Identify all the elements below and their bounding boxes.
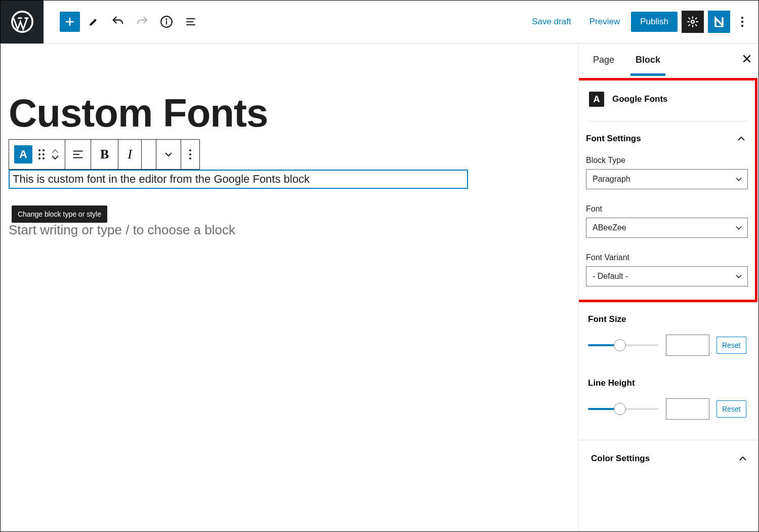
undo-icon bbox=[111, 15, 125, 29]
wordpress-icon bbox=[11, 11, 33, 33]
editor-placeholder[interactable]: Start writing or type / to choose a bloc… bbox=[9, 222, 578, 238]
move-updown[interactable] bbox=[51, 148, 60, 160]
font-size-row: Reset bbox=[588, 335, 749, 356]
info-icon bbox=[160, 15, 173, 28]
section-label: Color Settings bbox=[591, 454, 650, 464]
field-font: Font ABeeZee bbox=[586, 204, 748, 238]
line-height-reset-button[interactable]: Reset bbox=[716, 400, 746, 418]
block-type-select[interactable]: Paragraph bbox=[586, 169, 748, 189]
toolbar-right: Save draft Preview Publish bbox=[525, 11, 758, 33]
n-icon bbox=[712, 15, 726, 29]
font-block-icon: A bbox=[589, 92, 604, 107]
outline-button[interactable] bbox=[180, 11, 201, 32]
block-type-label: Block Type bbox=[586, 156, 748, 165]
tooltip-change-type: Change block type or style bbox=[12, 206, 107, 223]
tab-block[interactable]: Block bbox=[630, 45, 665, 75]
more-options-button[interactable] bbox=[734, 11, 750, 33]
plugin-button[interactable] bbox=[708, 11, 730, 33]
list-icon bbox=[185, 16, 197, 28]
redo-button[interactable] bbox=[132, 11, 153, 32]
gear-icon bbox=[687, 16, 699, 28]
settings-sidebar: Page Block A Google Fonts Font Settings … bbox=[579, 44, 758, 531]
chevron-up-icon bbox=[738, 456, 747, 462]
close-icon bbox=[742, 54, 751, 63]
italic-icon: I bbox=[128, 147, 132, 162]
slider-thumb[interactable] bbox=[614, 339, 626, 351]
font-variant-select[interactable]: - Default - bbox=[586, 266, 748, 287]
sidebar-tabs: Page Block bbox=[579, 44, 758, 77]
font-size-input[interactable] bbox=[666, 335, 709, 356]
more-rich-button[interactable] bbox=[156, 140, 181, 169]
font-size-reset-button[interactable]: Reset bbox=[716, 337, 746, 354]
line-height-row: Reset bbox=[588, 398, 749, 420]
preview-button[interactable]: Preview bbox=[582, 13, 627, 31]
font-size-label: Font Size bbox=[588, 314, 749, 324]
font-block-icon: A bbox=[14, 145, 32, 163]
svg-point-8 bbox=[741, 21, 743, 23]
close-sidebar-button[interactable] bbox=[742, 54, 751, 66]
line-height-slider[interactable] bbox=[588, 408, 659, 410]
block-toolbar: A B I bbox=[9, 139, 200, 170]
page-title[interactable]: Custom Fonts bbox=[9, 90, 578, 136]
svg-rect-3 bbox=[166, 21, 167, 25]
info-button[interactable] bbox=[156, 11, 177, 32]
svg-point-7 bbox=[741, 17, 743, 19]
block-options-button[interactable] bbox=[181, 140, 199, 169]
italic-button[interactable]: I bbox=[118, 140, 142, 169]
chevron-down-icon bbox=[51, 154, 60, 160]
bold-button[interactable]: B bbox=[91, 140, 118, 169]
add-block-button[interactable] bbox=[60, 12, 80, 32]
edit-mode-button[interactable] bbox=[83, 11, 104, 32]
top-bar: Save draft Preview Publish bbox=[1, 1, 758, 44]
drag-handle-icon[interactable] bbox=[38, 149, 45, 159]
align-left-icon bbox=[71, 148, 85, 161]
field-font-variant: Font Variant - Default - bbox=[586, 253, 748, 287]
tab-page[interactable]: Page bbox=[588, 45, 619, 75]
svg-point-9 bbox=[741, 25, 743, 27]
publish-button[interactable]: Publish bbox=[631, 12, 678, 32]
undo-button[interactable] bbox=[107, 11, 129, 32]
editor-canvas[interactable]: Custom Fonts A B I bbox=[1, 44, 579, 531]
chevron-up-icon bbox=[51, 148, 60, 154]
svg-point-4 bbox=[691, 20, 694, 23]
plus-icon bbox=[64, 16, 76, 28]
panel-header: A Google Fonts bbox=[586, 89, 748, 121]
align-button[interactable] bbox=[65, 140, 91, 169]
chevron-up-icon bbox=[737, 136, 746, 142]
pencil-icon bbox=[88, 16, 100, 28]
font-select[interactable]: ABeeZee bbox=[586, 218, 748, 238]
chevron-down-icon bbox=[163, 151, 174, 157]
section-label: Font Settings bbox=[586, 134, 641, 144]
section-font-settings[interactable]: Font Settings bbox=[586, 133, 748, 152]
font-label: Font bbox=[586, 204, 748, 214]
font-variant-label: Font Variant bbox=[586, 253, 748, 262]
link-button[interactable] bbox=[142, 140, 156, 169]
svg-point-2 bbox=[165, 19, 167, 20]
block-type-button[interactable]: A bbox=[9, 140, 65, 169]
field-block-type: Block Type Paragraph bbox=[586, 156, 748, 189]
save-draft-button[interactable]: Save draft bbox=[525, 13, 578, 31]
settings-button[interactable] bbox=[682, 11, 704, 33]
main-area: Custom Fonts A B I bbox=[1, 44, 758, 531]
font-size-slider[interactable] bbox=[588, 344, 659, 346]
wordpress-logo[interactable] bbox=[1, 1, 44, 44]
svg-rect-6 bbox=[715, 26, 723, 27]
bold-icon: B bbox=[100, 147, 109, 162]
slider-thumb[interactable] bbox=[614, 403, 626, 415]
redo-icon bbox=[135, 15, 149, 29]
line-height-input[interactable] bbox=[666, 398, 709, 420]
kebab-icon bbox=[741, 16, 744, 27]
panel-title: Google Fonts bbox=[612, 94, 668, 104]
toolbar-left bbox=[44, 11, 201, 32]
section-color-settings[interactable]: Color Settings bbox=[579, 440, 758, 464]
highlighted-panel: A Google Fonts Font Settings Block Type … bbox=[579, 78, 757, 302]
google-fonts-block[interactable]: This is custom font in the editor from t… bbox=[9, 170, 468, 189]
panel-below: Font Size Reset Line Height Reset bbox=[579, 302, 758, 464]
kebab-icon bbox=[189, 149, 191, 159]
line-height-label: Line Height bbox=[588, 378, 749, 388]
